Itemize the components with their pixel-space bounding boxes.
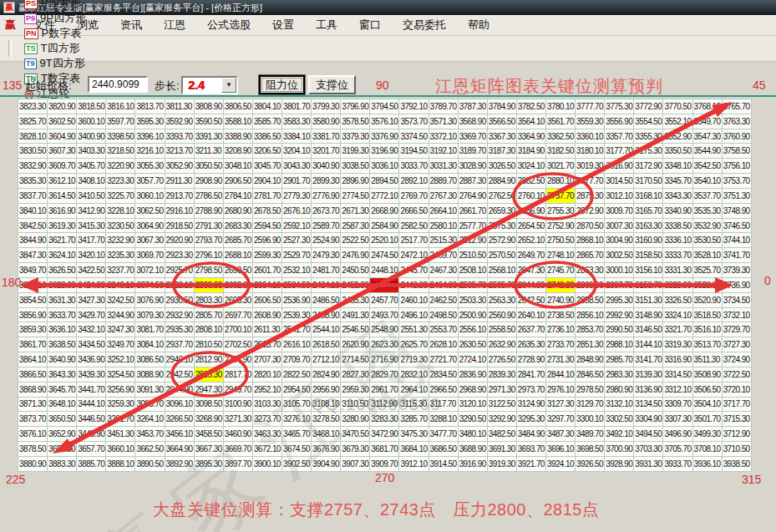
grid-cell: 2906.50 — [223, 174, 252, 189]
menu-item-9[interactable]: 帮助 — [457, 18, 500, 31]
grid-cell: 3928.90 — [605, 456, 634, 471]
toolbar-button-p-number-table[interactable]: PNP数字表 — [17, 26, 94, 41]
grid-cell: 3535.30 — [692, 203, 722, 218]
grid-cell: 3775.30 — [605, 99, 634, 114]
grid-cell: 3592.90 — [165, 114, 194, 129]
key-level-summary: 大盘关键位测算：支撑2757、2743点 压力2800、2815点 — [153, 499, 599, 521]
grid-cell: 3194.50 — [399, 144, 429, 159]
grid-cell: 3837.70 — [18, 188, 48, 203]
grid-cell: 2709.70 — [281, 352, 311, 367]
grid-cell: 2899.30 — [312, 174, 341, 189]
grid-cell: 3084.10 — [135, 337, 165, 352]
grid-cell: 3508.90 — [692, 367, 722, 382]
toolbar-button-9t-square[interactable]: T99T四方形 — [17, 56, 94, 71]
grid-cell: 3537.70 — [692, 188, 722, 203]
grid-cell: 3350.50 — [663, 144, 692, 159]
grid-cell: 3662.50 — [135, 442, 165, 457]
grid-cell: 2755.30 — [545, 203, 575, 218]
grid-cell: 3024.10 — [516, 159, 545, 174]
grid-cell: 3201.70 — [312, 144, 341, 159]
grid-cell: 3931.30 — [634, 456, 663, 471]
grid-cell: 3499.30 — [692, 427, 722, 442]
grid-cell: 2476.90 — [341, 248, 370, 263]
menu-item-6[interactable]: 工具 — [305, 18, 348, 31]
toolbar-label: 9P四方形 — [40, 11, 86, 26]
start-price-input[interactable]: 2440.9099 — [88, 76, 148, 93]
grid-cell: 3854.50 — [18, 292, 48, 307]
menu-item-2[interactable]: 资讯 — [109, 18, 153, 31]
menu-bar: 赢 文件浏览资讯江恩公式选股设置工具窗口交易委托帮助 — [0, 15, 776, 36]
grid-cell: 3765.70 — [722, 99, 751, 114]
grid-cell: 2685.70 — [223, 233, 252, 248]
grid-cell: 3861.70 — [18, 337, 48, 352]
menu-item-8[interactable]: 交易委托 — [392, 18, 457, 31]
grid-cell: 3216.10 — [135, 144, 165, 159]
grid-cell: 3069.70 — [135, 248, 165, 263]
grid-cell: 3076.90 — [135, 292, 165, 307]
toolbar-separator — [8, 40, 12, 57]
grid-cell: 3736.90 — [722, 277, 751, 292]
menu-item-7[interactable]: 窗口 — [348, 18, 392, 31]
grid-cell: 2690.50 — [223, 263, 252, 278]
grid-cell: 3400.90 — [77, 129, 106, 144]
grid-cell: 3146.50 — [634, 322, 663, 337]
grid-cell: 3768.10 — [692, 99, 722, 114]
support-button[interactable]: 支撑位 — [308, 75, 356, 94]
grid-cell: 3268.90 — [194, 412, 223, 427]
grid-cell: 2870.50 — [576, 218, 605, 233]
grid-cell: 3847.30 — [18, 248, 48, 263]
grid-cell: 3211.30 — [194, 144, 223, 159]
grid-cell: 2539.30 — [281, 307, 311, 322]
toolbar-button-9p-square[interactable]: P99P四方形 — [17, 11, 94, 26]
grid-cell: 3609.70 — [48, 159, 77, 174]
grid-cell: 2788.90 — [194, 203, 223, 218]
grid-cell: 3333.70 — [663, 248, 692, 263]
menu-item-3[interactable]: 江恩 — [153, 18, 196, 31]
grid-cell: 2920.90 — [165, 233, 194, 248]
step-select[interactable]: 2.4 ▼ — [181, 76, 238, 94]
grid-cell: 3883.30 — [48, 456, 77, 471]
grid-cell: 3242.50 — [106, 292, 135, 307]
grid-cell: 3180.10 — [576, 144, 605, 159]
grid-cell: 3463.30 — [252, 427, 281, 442]
grid-cell: 2575.30 — [487, 218, 516, 233]
grid-cell: 3448.90 — [77, 427, 106, 442]
grid-cell: 3727.30 — [722, 337, 751, 352]
grid-cell: 3890.50 — [135, 456, 165, 471]
grid-cell: 3295.30 — [516, 412, 545, 427]
grid-cell: 3547.30 — [692, 129, 722, 144]
grid-cell: 2839.30 — [487, 367, 516, 382]
grid-cell: 2630.50 — [458, 337, 487, 352]
grid-cell: 2522.50 — [341, 233, 370, 248]
grid-cell: 3782.50 — [516, 99, 545, 114]
toolbar-button-t-square[interactable]: TST四方形 — [17, 41, 94, 56]
angle-label-45: 45 — [753, 79, 766, 92]
grid-cell: 3043.30 — [281, 159, 311, 174]
grid-cell: 3628.90 — [48, 277, 77, 292]
grid-cell: 3842.50 — [18, 218, 48, 233]
grid-cell: 3504.10 — [692, 397, 722, 412]
grid-cell: 3038.50 — [341, 159, 370, 174]
grid-cell: 2815.30 — [194, 367, 223, 382]
menu-item-5[interactable]: 设置 — [261, 18, 305, 31]
menu-item-4[interactable]: 公式选股 — [196, 18, 261, 31]
grid-cell: 2808.10 — [194, 322, 223, 337]
grid-cell: 2966.50 — [429, 382, 458, 397]
grid-cell: 2695.30 — [223, 292, 252, 307]
grid-cell: 2772.10 — [370, 188, 399, 203]
grid-cell: 2942.50 — [165, 367, 194, 382]
resistance-button[interactable]: 阻力位 — [259, 75, 305, 94]
grid-cell: 3019.30 — [576, 159, 605, 174]
grid-cell: 3542.50 — [692, 159, 722, 174]
grid-cell: 3326.50 — [663, 292, 692, 307]
grid-cell: 3703.30 — [634, 442, 663, 457]
grid-cell: 2642.50 — [516, 292, 545, 307]
grid-cell: 3033.70 — [399, 159, 429, 174]
grid-cell: 2786.50 — [194, 188, 223, 203]
grid-cell: 3045.70 — [252, 159, 281, 174]
grid-cell: 3148.90 — [634, 307, 663, 322]
grid-cell: 2616.10 — [281, 337, 311, 352]
toolbar-button-p-square[interactable]: PSP四方形 — [17, 0, 94, 11]
chevron-down-icon[interactable]: ▼ — [221, 78, 236, 93]
grid-cell: 3487.30 — [545, 427, 575, 442]
